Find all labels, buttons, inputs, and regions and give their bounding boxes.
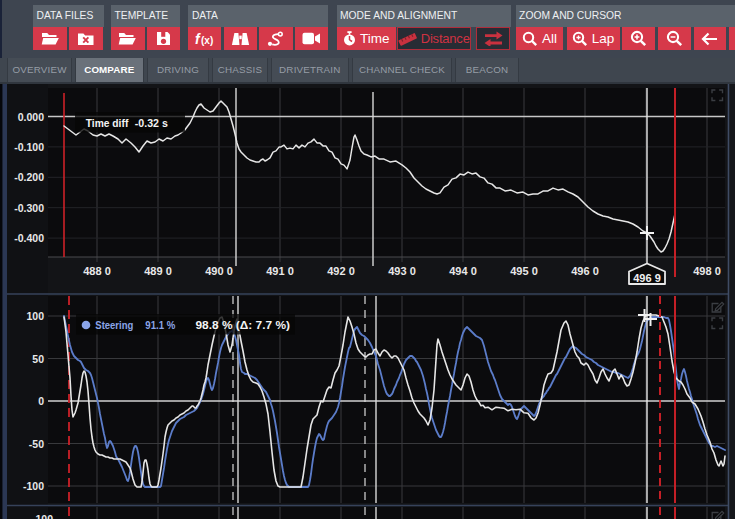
svg-text:-0.32 s: -0.32 s bbox=[135, 117, 168, 129]
svg-text:-0.200: -0.200 bbox=[14, 171, 44, 183]
svg-text:Time diff: Time diff bbox=[86, 117, 129, 129]
svg-text:498 0: 498 0 bbox=[693, 265, 721, 277]
svg-text:91.1 %: 91.1 % bbox=[145, 319, 175, 331]
svg-text:495 0: 495 0 bbox=[510, 265, 538, 277]
svg-text:-0.100: -0.100 bbox=[14, 141, 44, 153]
svg-text:100: 100 bbox=[35, 513, 53, 519]
svg-text:0.000: 0.000 bbox=[18, 111, 44, 123]
svg-text:-50: -50 bbox=[29, 438, 44, 450]
svg-text:(x): (x) bbox=[201, 35, 213, 46]
svg-text:100: 100 bbox=[26, 310, 44, 322]
svg-text:493 0: 493 0 bbox=[388, 265, 416, 277]
svg-text:491 0: 491 0 bbox=[266, 265, 294, 277]
svg-text:489 0: 489 0 bbox=[144, 265, 172, 277]
svg-text:-0.400: -0.400 bbox=[14, 232, 44, 244]
svg-text:-100: -100 bbox=[23, 480, 44, 492]
svg-text:494 0: 494 0 bbox=[449, 265, 477, 277]
svg-text:98.8 % (Δ: 7.7 %): 98.8 % (Δ: 7.7 %) bbox=[196, 319, 291, 331]
svg-text:0: 0 bbox=[38, 395, 44, 407]
svg-text:492 0: 492 0 bbox=[327, 265, 355, 277]
svg-text:488 0: 488 0 bbox=[83, 265, 111, 277]
svg-text:Steering: Steering bbox=[95, 319, 133, 331]
svg-text:-0.300: -0.300 bbox=[14, 202, 44, 214]
svg-text:490 0: 490 0 bbox=[205, 265, 233, 277]
svg-text:496 0: 496 0 bbox=[571, 265, 599, 277]
svg-text:50: 50 bbox=[32, 353, 44, 365]
svg-text:496 9: 496 9 bbox=[633, 272, 661, 284]
